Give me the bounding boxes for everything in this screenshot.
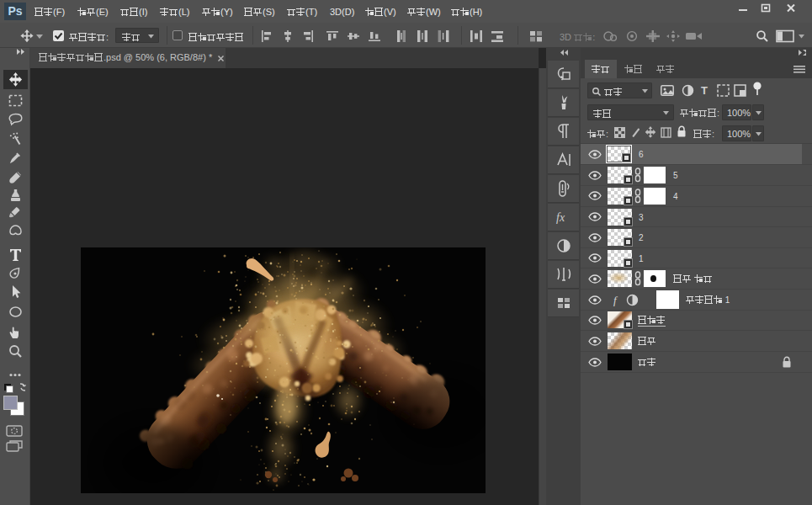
svg-text:fx: fx — [556, 211, 565, 224]
